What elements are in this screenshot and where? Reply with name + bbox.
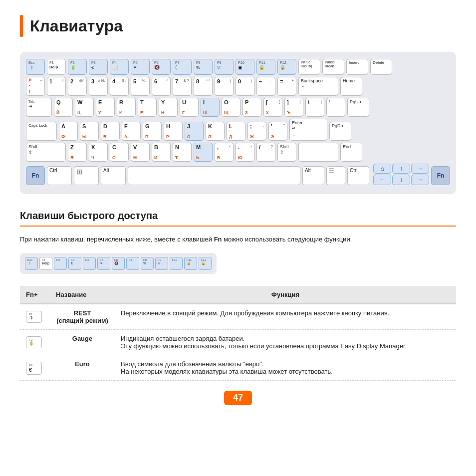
key-up[interactable]: ↑ [392,164,410,174]
key-x[interactable]: X Ч [89,143,108,162]
key-fwdslash[interactable]: ? / [256,143,275,162]
keyboard-row-bottom: Fn Ctrl ⊞ Alt Alt ☰ Ctrl ⌂ ↑ → [26,164,450,185]
key-k[interactable]: K Л [206,122,225,141]
key-f11[interactable]: F11 🔒 [256,59,275,75]
key-period[interactable]: > . Ю [236,143,254,162]
key-p[interactable]: P З [242,98,261,117]
key-down[interactable]: ↓ [392,175,410,185]
key-end[interactable]: End [340,143,362,162]
key-f9[interactable]: F9 ▽ [215,59,234,75]
key-f6[interactable]: F6 🔇 [152,59,171,75]
key-backtick[interactable]: ~ Ё ` 1 [26,77,45,96]
key-f8[interactable]: F8 % [194,59,213,75]
key-pause[interactable]: Pause Break [322,59,344,75]
key-space[interactable] [128,166,300,185]
key-2[interactable]: @" 2 [68,77,87,96]
key-f[interactable]: F А [122,122,141,141]
key-menu[interactable]: ☰ [326,166,345,185]
title-section: Клавиатура [20,15,456,37]
key-minus[interactable]: — – [256,77,275,96]
key-d[interactable]: D В [101,122,120,141]
key-lctrl[interactable]: Ctrl [47,166,72,185]
key-insert[interactable]: Insert [346,59,368,75]
key-alt[interactable]: Alt [101,166,126,185]
key-f4[interactable]: F4 ⬜ [110,59,129,75]
row3-icon: F3 € [20,355,50,380]
key-j[interactable]: J О [185,122,204,141]
key-r[interactable]: R К [117,98,136,117]
key-e[interactable]: E У [96,98,115,117]
key-rctrl[interactable]: Ctrl [347,166,369,185]
key-s[interactable]: S Ы [80,122,99,141]
skey-f5: F5 ✶ [97,257,110,270]
key-l[interactable]: L Д [227,122,245,141]
key-delete[interactable]: Delete [370,59,392,75]
key-0[interactable]: ) 0 [236,77,254,96]
key-tab[interactable]: Tab ⇥ [26,98,52,117]
key-a[interactable]: A Ф [59,122,78,141]
key-fn-right[interactable]: Fn [431,166,450,185]
key-b[interactable]: B И [152,143,171,162]
key-lshift[interactable]: Shift ⇧ [26,143,66,162]
key-u[interactable]: U Г [180,98,199,117]
key-right[interactable]: → [411,175,429,185]
key-quote[interactable]: " ' Э [268,122,287,141]
key-capslock[interactable]: Caps Lock [26,122,57,141]
row1-func: Переключение в спящий режим. Для пробужд… [115,304,456,330]
key-i[interactable]: I Ш [201,98,220,117]
key-h[interactable]: H Р [164,122,183,141]
key-left[interactable]: ← [373,175,391,185]
key-3[interactable]: # № 3 [89,77,108,96]
page-number-badge: 47 [224,391,252,405]
key-rshift-wide[interactable] [298,143,338,162]
key-f10[interactable]: F10 ▣ [236,59,254,75]
key-f12[interactable]: F12 🔒 [277,59,296,75]
key-z[interactable]: Z Я [68,143,87,162]
skey-f11: F11 🔒 [184,257,197,270]
key-v[interactable]: V М [131,143,150,162]
key-4[interactable]: $ ; 4 [110,77,129,96]
key-c[interactable]: C С [110,143,129,162]
key-5[interactable]: % : 5 [131,77,150,96]
key-backspace[interactable]: Backspace ← [298,77,338,96]
key-f3[interactable]: F3 € [89,59,108,75]
key-pgup[interactable]: PgUp [347,98,369,117]
key-n[interactable]: N Т [173,143,192,162]
key-backslash[interactable]: | \ [305,98,324,117]
key-q[interactable]: Q Й [54,98,73,117]
key-pgup-nav[interactable]: → [411,164,429,174]
key-home-nav[interactable]: ⌂ [373,164,391,174]
key-ralt[interactable]: Alt [302,166,324,185]
key-1[interactable]: ! 1 [47,77,66,96]
key-win[interactable]: ⊞ [74,166,99,185]
key-enter[interactable]: Enter ↵ ← [289,119,327,141]
key-fn[interactable]: Fn [26,166,45,185]
key-g[interactable]: G П [143,122,162,141]
key-esc[interactable]: Esc ☽ [26,59,45,75]
key-comma[interactable]: < , Б [215,143,234,162]
key-rbracket[interactable]: } ] Ъ [284,98,303,117]
key-7[interactable]: & ? 7 [173,77,192,96]
key-m[interactable]: M Ь [194,143,213,162]
key-9[interactable]: ( 9 [215,77,234,96]
key-t[interactable]: T Е [138,98,157,117]
key-f2[interactable]: F2 🔋 [68,59,87,75]
hotkey-table: Fn+ Название Функция F1 ☽ REST(спящий ре… [20,286,456,381]
key-o[interactable]: O Щ [222,98,240,117]
key-pgdn[interactable]: PgDn [329,122,351,141]
key-lbracket[interactable]: { [ Х [263,98,282,117]
key-f1[interactable]: F1 Help [47,59,66,75]
key-f5[interactable]: F5 ✶ [131,59,150,75]
key-6[interactable]: ^ 6 [152,77,171,96]
key-home[interactable]: Home [340,77,362,96]
keyboard-row-fn: Esc ☽ F1 Help F2 🔋 F3 € F4 ⬜ F5 ✶ F6 🔇 F… [26,59,450,75]
key-semicolon[interactable]: : ; Ж [247,122,266,141]
key-prtsc[interactable]: Prt Sc Sys Rq [298,59,320,75]
key-f7[interactable]: F7 ⟨ [173,59,192,75]
key-equals[interactable]: + = [277,77,296,96]
key-w[interactable]: W Ц [75,98,94,117]
key-rshift[interactable]: Shift ⇧ [277,143,296,162]
key-8[interactable]: * * 8 [194,77,213,96]
key-y[interactable]: Y Н [159,98,178,117]
key-slash-pgup[interactable]: / [326,98,345,117]
